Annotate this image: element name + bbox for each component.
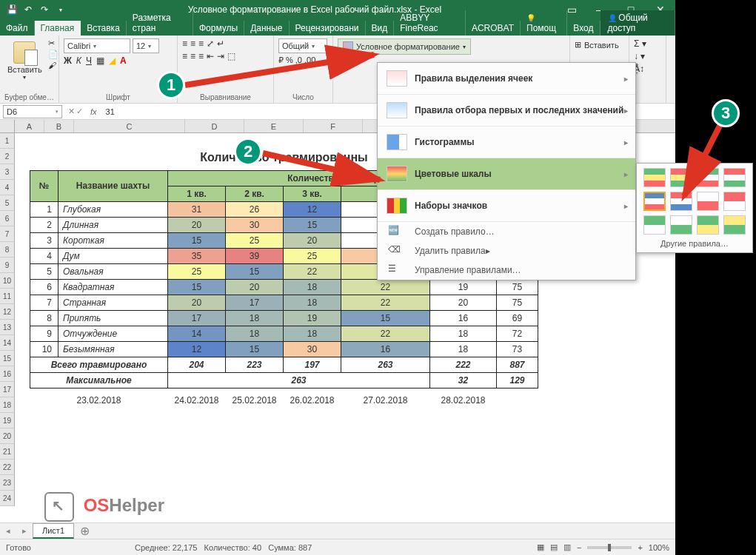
cf-new-rule[interactable]: 🆕Создать правило… <box>378 222 635 241</box>
cf-highlight-rules[interactable]: Правила выделения ячеек▸ <box>378 63 635 95</box>
cf-color-scales[interactable]: Цветовые шкалы▸ <box>378 158 635 190</box>
table-row: 7Странная201718222075 <box>30 295 538 310</box>
border-button[interactable]: ▦ <box>96 56 104 66</box>
sheet-nav-next[interactable]: ▸ <box>16 526 33 536</box>
color-scale-option[interactable] <box>723 192 746 211</box>
sheet-tab-active[interactable]: Лист1 <box>33 523 74 539</box>
copy-icon[interactable]: 📄 <box>48 50 58 59</box>
annotation-1: 1 <box>157 71 185 99</box>
align-middle-icon[interactable]: ≡ <box>190 38 195 49</box>
insert-cells-icon[interactable]: ⊞ <box>575 40 581 50</box>
table-row: 6Квадратная152018221975 <box>30 279 538 295</box>
align-top-icon[interactable]: ≡ <box>182 38 187 49</box>
color-scale-option[interactable] <box>643 215 666 235</box>
merge-icon[interactable]: ⬚ <box>227 51 235 61</box>
table-row: 8Припять171819151669 <box>30 310 538 326</box>
tab-share[interactable]: Общий доступ <box>601 10 675 36</box>
align-bottom-icon[interactable]: ≡ <box>198 38 204 49</box>
status-bar: Готово Среднее: 22,175 Количество: 40 Су… <box>0 539 675 555</box>
zoom-in[interactable]: + <box>638 543 642 552</box>
tab-acrobat[interactable]: ACROBAT <box>466 21 521 36</box>
qat-customize-icon[interactable]: ▾ <box>55 4 67 16</box>
zoom-level[interactable]: 100% <box>649 543 669 552</box>
zoom-slider[interactable] <box>587 546 632 549</box>
save-icon[interactable]: 💾 <box>6 4 18 16</box>
orient-icon[interactable]: ⤢ <box>207 38 214 49</box>
table-row: 10Безымянная121530161873 <box>30 341 538 357</box>
conditional-formatting-button[interactable]: Условное форматирование ▾ <box>338 38 471 55</box>
zoom-out[interactable]: − <box>577 543 581 552</box>
table-row: 9Отчуждение141818221872 <box>30 326 538 341</box>
tab-layout[interactable]: Разметка стран <box>127 10 193 36</box>
tab-review[interactable]: Рецензировани <box>290 21 366 36</box>
color-scales-submenu: Другие правила… <box>636 163 753 253</box>
italic-button[interactable]: К <box>76 56 81 66</box>
sheet-nav-prev[interactable]: ◂ <box>0 526 16 536</box>
cs-more-rules[interactable]: Другие правила… <box>641 235 748 248</box>
undo-icon[interactable]: ↶ <box>22 4 34 16</box>
excel-app: 💾 ↶ ↷ ▾ Условное форматирование в Excel … <box>0 0 675 555</box>
color-scale-option[interactable] <box>697 192 719 211</box>
color-scale-option[interactable] <box>670 215 692 235</box>
cf-icon-sets[interactable]: Наборы значков▸ <box>378 190 635 222</box>
fill-icon[interactable]: ↓ ▾ <box>634 51 661 61</box>
percent-icon[interactable]: % <box>286 56 293 65</box>
manage-rules-icon: ☰ <box>388 263 401 277</box>
ribbon-tabs: Файл Главная Вставка Разметка стран Форм… <box>0 19 675 36</box>
color-scale-option[interactable] <box>697 215 719 235</box>
decimals-inc-icon[interactable]: ,0 <box>295 56 302 65</box>
fx-icon[interactable]: fx <box>86 107 101 116</box>
cancel-icon[interactable]: ✕ <box>68 107 75 116</box>
autosum-icon[interactable]: Σ ▾ <box>634 38 661 49</box>
format-painter-icon[interactable]: 🖌 <box>48 61 58 70</box>
tab-abbyy[interactable]: ABBYY FineReac <box>394 10 466 36</box>
cf-top-rules[interactable]: Правила отбора первых и последних значен… <box>378 95 635 127</box>
color-scale-option[interactable] <box>697 168 719 187</box>
color-scale-option[interactable] <box>643 192 666 211</box>
align-right-icon[interactable]: ≡ <box>198 51 204 61</box>
underline-button[interactable]: Ч <box>86 56 92 66</box>
wrap-icon[interactable]: ↵ <box>217 38 224 49</box>
font-size-combo[interactable]: 12▾ <box>133 38 159 53</box>
color-scale-option[interactable] <box>723 168 746 187</box>
add-sheet-button[interactable]: ⊕ <box>74 524 96 538</box>
align-left-icon[interactable]: ≡ <box>182 51 187 61</box>
tab-data[interactable]: Данные <box>244 21 289 36</box>
tab-login[interactable]: Вход <box>567 21 600 36</box>
fill-color-button[interactable]: ◢ <box>109 56 116 66</box>
tab-insert[interactable]: Вставка <box>81 21 127 36</box>
name-box[interactable]: D6▾ <box>3 105 62 118</box>
color-scale-option[interactable] <box>670 168 692 187</box>
tab-help[interactable]: Помощ <box>521 10 567 36</box>
color-scale-option[interactable] <box>723 215 746 235</box>
clipboard-icon <box>13 41 36 64</box>
sort-filter-icon[interactable]: Ậ↕ <box>634 64 661 74</box>
cf-data-bars[interactable]: Гистограммы▸ <box>378 127 635 158</box>
tab-view[interactable]: Вид <box>366 21 395 36</box>
cf-clear-rules[interactable]: ⌫Удалить правила▸ <box>378 241 635 260</box>
tab-file[interactable]: Файл <box>0 21 35 36</box>
font-name-combo[interactable]: Calibri▾ <box>64 38 130 53</box>
enter-icon[interactable]: ✓ <box>76 107 83 116</box>
indent-inc-icon[interactable]: ⇥ <box>217 51 224 61</box>
bold-button[interactable]: Ж <box>64 56 72 66</box>
align-center-icon[interactable]: ≡ <box>190 51 195 61</box>
view-normal-icon[interactable]: ▦ <box>537 542 544 552</box>
decimals-dec-icon[interactable]: ,00 <box>304 56 315 65</box>
redo-icon[interactable]: ↷ <box>39 4 50 16</box>
color-scale-option[interactable] <box>670 192 692 211</box>
number-format-combo[interactable]: Общий▾ <box>278 38 327 53</box>
cut-icon[interactable]: ✂ <box>48 38 58 48</box>
tab-home[interactable]: Главная <box>35 21 81 36</box>
color-scale-option[interactable] <box>643 168 666 187</box>
select-all-corner[interactable] <box>0 120 15 132</box>
indent-dec-icon[interactable]: ⇤ <box>207 51 214 61</box>
view-page-icon[interactable]: ▤ <box>550 542 558 552</box>
tab-formulas[interactable]: Формулы <box>193 21 244 36</box>
view-break-icon[interactable]: ▥ <box>563 542 571 552</box>
paste-button[interactable]: Вставить ▾ <box>4 38 45 84</box>
cf-manage-rules[interactable]: ☰Управление правилами… <box>378 260 635 280</box>
font-color-button[interactable]: А <box>120 56 127 66</box>
clear-rules-icon: ⌫ <box>388 244 401 258</box>
currency-icon[interactable]: ₽ <box>278 56 284 65</box>
